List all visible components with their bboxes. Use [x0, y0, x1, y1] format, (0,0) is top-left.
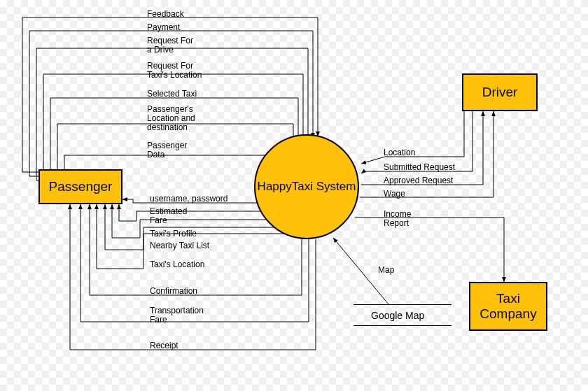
flow-approved-request: Approved Request — [384, 176, 453, 185]
entity-googlemap-line-top — [354, 304, 451, 305]
flow-feedback: Feedback — [147, 10, 184, 19]
entity-passenger-label: Passenger — [49, 179, 113, 194]
entity-taxi-company-label: Taxi Company — [476, 291, 540, 322]
process-label: HappyTaxi System — [258, 180, 356, 194]
entity-taxi-company: Taxi Company — [469, 282, 547, 331]
flow-transport-fare: TransportationFare — [150, 306, 204, 325]
entity-driver-label: Driver — [482, 85, 518, 100]
flow-pax-data: PassengerData — [147, 141, 187, 159]
flow-wage: Wage — [384, 190, 405, 199]
flow-submitted-request: Submitted Request — [384, 163, 455, 172]
entity-googlemap-label: Google Map — [371, 310, 424, 321]
entity-googlemap-line-bot — [354, 325, 451, 326]
flow-username-password: username, password — [150, 194, 227, 204]
flow-pax-loc-dest: Passenger'sLocation anddestination — [147, 105, 224, 133]
flow-map: Map — [378, 266, 394, 275]
entity-driver: Driver — [462, 73, 538, 111]
process-happytaxi-system: HappyTaxi System — [254, 134, 359, 239]
flow-taxi-profile: Taxi's Profile — [150, 229, 197, 239]
flow-selected-taxi: Selected Taxi — [147, 90, 197, 99]
flow-request-taxi-loc: Request ForTaxi's Location — [147, 62, 224, 80]
flow-confirmation: Confirmation — [150, 287, 197, 296]
flow-receipt: Receipt — [150, 341, 178, 350]
flow-location: Location — [384, 148, 415, 157]
flow-estimated-fare: EstimatedFare — [150, 207, 187, 225]
entity-passenger: Passenger — [38, 169, 122, 204]
flow-request-drive: Request Fora Drive — [147, 36, 210, 55]
flow-nearby-taxi-list: Nearby Taxi List — [150, 241, 209, 250]
flow-taxi-location: Taxi's Location — [150, 260, 204, 269]
flow-payment: Payment — [147, 23, 180, 32]
flow-income-report: IncomeReport — [384, 210, 411, 228]
